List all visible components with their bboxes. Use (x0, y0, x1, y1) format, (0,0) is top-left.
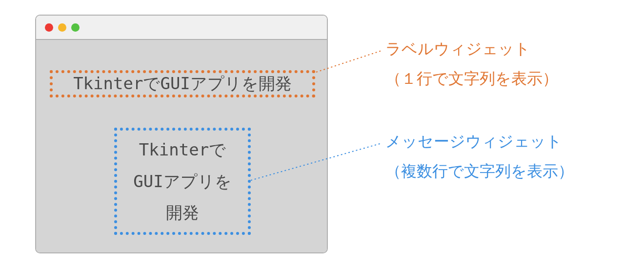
message-annotation-title: メッセージウィジェット (385, 133, 562, 150)
message-line-2: GUIアプリを (133, 172, 231, 191)
label-annotation-desc: （１行で文字列を表示） (385, 70, 558, 87)
message-widget-text: Tkinterで GUIアプリを 開発 (133, 134, 231, 229)
window-body: TkinterでGUIアプリを開発 Tkinterで GUIアプリを 開発 (36, 40, 327, 252)
message-line-1: Tkinterで (139, 140, 226, 159)
maximize-icon[interactable] (71, 23, 80, 32)
close-icon[interactable] (45, 23, 53, 32)
label-annotation-title: ラベルウィジェット (385, 40, 530, 58)
window-titlebar (36, 16, 327, 40)
message-annotation: メッセージウィジェット （複数行で文字列を表示） (385, 127, 574, 186)
message-widget: Tkinterで GUIアプリを 開発 (114, 128, 251, 235)
label-widget: TkinterでGUIアプリを開発 (50, 70, 315, 97)
label-annotation: ラベルウィジェット （１行で文字列を表示） (385, 34, 558, 94)
label-widget-text: TkinterでGUIアプリを開発 (73, 73, 292, 95)
minimize-icon[interactable] (58, 23, 66, 32)
message-line-3: 開発 (166, 203, 199, 222)
app-window: TkinterでGUIアプリを開発 Tkinterで GUIアプリを 開発 (35, 15, 328, 253)
message-annotation-desc: （複数行で文字列を表示） (385, 162, 574, 180)
